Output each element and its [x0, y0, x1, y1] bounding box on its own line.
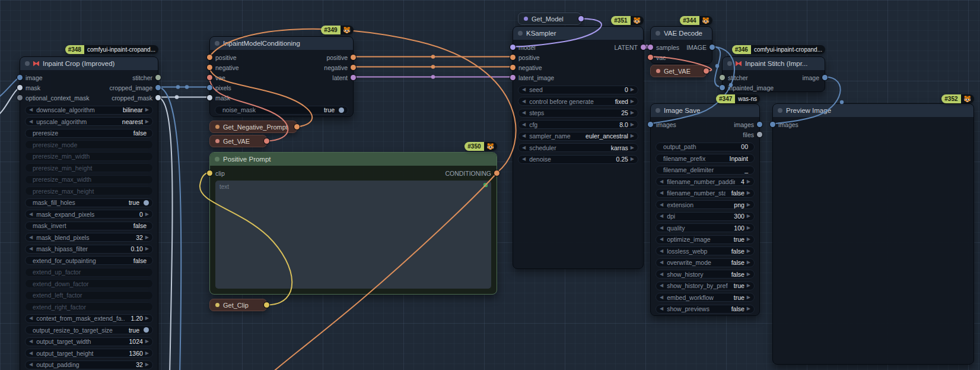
decrement-icon[interactable]: ◀	[29, 362, 33, 367]
collapse-dot-icon[interactable]	[518, 31, 523, 36]
widget-noise_mask[interactable]: noise_mask true	[215, 106, 348, 115]
decrement-icon[interactable]: ◀	[29, 119, 33, 124]
output-port-cropped-mask[interactable]	[155, 95, 161, 100]
widget-mask_blend_pixels[interactable]: ◀ mask_blend_pixels 32 ▶	[25, 233, 153, 242]
widget-preresize[interactable]: preresize false	[25, 129, 153, 138]
increment-icon[interactable]: ▶	[145, 212, 149, 217]
node-get-vae-left[interactable]: Get_VAE	[209, 135, 267, 147]
increment-icon[interactable]: ▶	[747, 306, 750, 311]
widget-steps[interactable]: ◀ steps 25 ▶	[518, 109, 638, 118]
increment-icon[interactable]: ▶	[747, 179, 750, 184]
widget-extension[interactable]: ◀ extension png ▶	[656, 200, 755, 209]
widget-extend_for_outpainting[interactable]: extend_for_outpainting false	[25, 256, 153, 265]
node-header[interactable]: Positive Prompt	[210, 153, 497, 166]
output-port-model[interactable]	[578, 16, 584, 21]
toggle-knob-icon[interactable]	[144, 327, 149, 333]
decrement-icon[interactable]: ◀	[660, 203, 663, 207]
collapse-dot-icon[interactable]	[215, 157, 219, 162]
widget-upscale_algorithm[interactable]: ◀ upscale_algorithm nearest ▶	[25, 117, 153, 126]
widget-mask_fill_holes[interactable]: mask_fill_holes true	[25, 198, 153, 207]
output-port-vae[interactable]	[704, 68, 709, 74]
widget-quality[interactable]: ◀ quality 100 ▶	[656, 223, 755, 232]
output-port-clip[interactable]	[264, 302, 269, 308]
node-get-vae-right[interactable]: Get_VAE	[650, 65, 707, 77]
decrement-icon[interactable]: ◀	[522, 134, 526, 138]
node-header[interactable]: VAE Decode	[651, 27, 712, 40]
output-port-files[interactable]	[757, 132, 762, 137]
toggle-knob-icon[interactable]	[339, 107, 344, 113]
input-port-mask[interactable]	[17, 85, 23, 90]
decrement-icon[interactable]: ◀	[522, 146, 526, 150]
widget-output_path[interactable]: output_path 00	[656, 143, 755, 151]
decrement-icon[interactable]: ◀	[660, 226, 663, 230]
input-port-mask[interactable]	[207, 95, 212, 100]
input-port-vae[interactable]	[207, 75, 212, 80]
collapse-dot-icon[interactable]	[215, 41, 219, 46]
collapse-dot-icon[interactable]	[215, 139, 219, 143]
node-get-negative-prompt[interactable]: Get_Negative_Prompt	[209, 121, 297, 133]
input-port-clip[interactable]	[207, 170, 212, 176]
decrement-icon[interactable]: ◀	[29, 246, 33, 251]
widget-output_padding[interactable]: ◀ output_padding 32 ▶	[25, 360, 153, 369]
widget-filename_prefix[interactable]: filename_prefix Inpaint	[656, 154, 755, 163]
decrement-icon[interactable]: ◀	[522, 87, 526, 92]
widget-optimize_image[interactable]: ◀ optimize_image true ▶	[656, 235, 755, 244]
decrement-icon[interactable]: ◀	[660, 237, 663, 242]
node-header[interactable]: KSampler	[513, 27, 643, 40]
input-port-model[interactable]	[510, 45, 516, 50]
input-port-stitcher[interactable]	[720, 75, 725, 80]
widget-mask_expand_pixels[interactable]: ◀ mask_expand_pixels 0 ▶	[25, 210, 153, 219]
node-get-model[interactable]: Get_Model	[518, 12, 581, 25]
node-graph-canvas[interactable]: { "icons": {"left_arrow": "◀", "right_ar…	[0, 0, 980, 370]
output-port-conditioning[interactable]	[294, 124, 300, 129]
decrement-icon[interactable]: ◀	[29, 235, 33, 240]
widget-output_resize_to_target_size[interactable]: output_resize_to_target_size true	[25, 325, 153, 334]
increment-icon[interactable]: ▶	[747, 203, 750, 207]
collapse-dot-icon[interactable]	[215, 303, 219, 307]
collapse-dot-icon[interactable]	[215, 125, 219, 129]
widget-output_target_width[interactable]: ◀ output_target_width 1024 ▶	[25, 337, 153, 346]
widget-lossless_webp[interactable]: ◀ lossless_webp false ▶	[656, 246, 755, 255]
widget-context_from_mask_extend_factor[interactable]: ◀ context_from_mask_extend_fa... 1.20 ▶	[25, 314, 153, 323]
input-port-latent-image[interactable]	[510, 75, 516, 80]
decrement-icon[interactable]: ◀	[522, 99, 526, 104]
node-header[interactable]: Inpaint Crop (Improved)	[20, 57, 158, 70]
input-port-images[interactable]	[770, 122, 775, 127]
widget-dpi[interactable]: ◀ dpi 300 ▶	[656, 212, 755, 221]
input-port-images[interactable]	[648, 122, 653, 127]
collapse-dot-icon[interactable]	[656, 108, 660, 113]
output-port-negative[interactable]	[351, 65, 356, 70]
widget-control-before-generate[interactable]: ◀ control before generate fixed ▶	[518, 97, 638, 106]
collapse-dot-icon[interactable]	[524, 17, 528, 21]
increment-icon[interactable]: ▶	[145, 351, 149, 356]
increment-icon[interactable]: ▶	[631, 157, 634, 162]
widget-show_history_by_prefix[interactable]: ◀ show_history_by_prefix true ▶	[656, 282, 755, 290]
increment-icon[interactable]: ▶	[145, 107, 149, 112]
increment-icon[interactable]: ▶	[747, 260, 750, 265]
increment-icon[interactable]: ▶	[145, 316, 149, 321]
output-port-image[interactable]	[709, 45, 715, 50]
widget-cfg[interactable]: ◀ cfg 8.0 ▶	[518, 120, 638, 129]
output-port-images[interactable]	[757, 122, 762, 127]
decrement-icon[interactable]: ◀	[29, 212, 33, 217]
output-port-latent[interactable]	[351, 75, 356, 80]
increment-icon[interactable]: ▶	[631, 134, 634, 138]
node-inpaint-crop[interactable]: Inpaint Crop (Improved) image stitcher m…	[20, 56, 158, 370]
increment-icon[interactable]: ▶	[631, 99, 634, 104]
node-image-save[interactable]: Image Save images images files output_pa…	[650, 103, 760, 316]
output-port-conditioning[interactable]	[494, 170, 499, 176]
widget-mask_hipass_filter[interactable]: ◀ mask_hipass_filter 0.10 ▶	[25, 245, 153, 254]
text-widget-icon[interactable]	[483, 183, 488, 187]
increment-icon[interactable]: ▶	[631, 87, 634, 92]
widget-output_target_height[interactable]: ◀ output_target_height 1360 ▶	[25, 349, 153, 358]
widget-show_previews[interactable]: ◀ show_previews false ▶	[656, 305, 755, 314]
input-port-vae[interactable]	[648, 55, 653, 60]
input-port-inpainted-image[interactable]	[720, 85, 725, 90]
decrement-icon[interactable]: ◀	[29, 351, 33, 356]
increment-icon[interactable]: ▶	[747, 191, 750, 195]
input-port-image[interactable]	[17, 75, 23, 80]
decrement-icon[interactable]: ◀	[660, 249, 663, 254]
widget-filename_number_padding[interactable]: ◀ filename_number_padding 4 ▶	[656, 177, 755, 186]
toggle-knob-icon[interactable]	[144, 200, 149, 205]
increment-icon[interactable]: ▶	[747, 226, 750, 230]
